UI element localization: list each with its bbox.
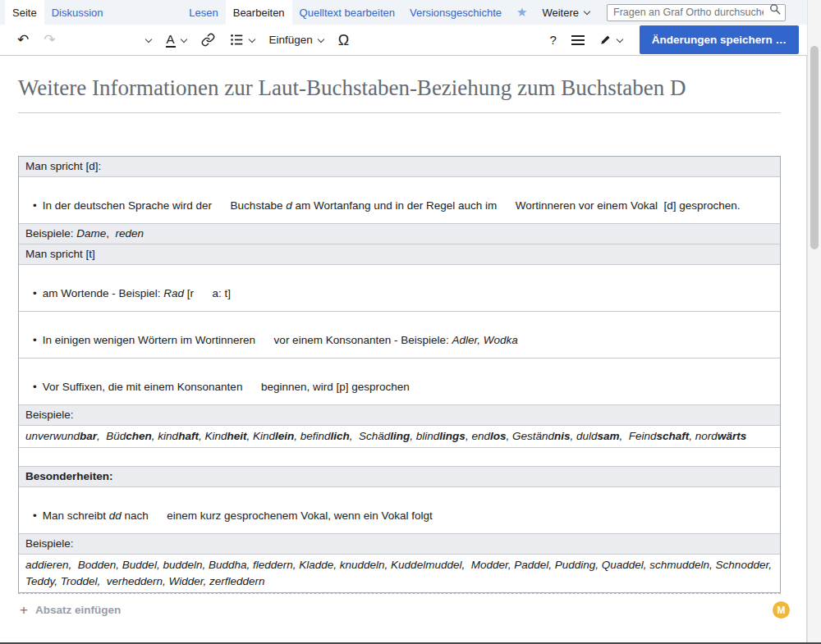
tab-diskussion[interactable]: Diskussion	[44, 0, 111, 25]
row-text: Beispiele:	[25, 409, 74, 421]
insert-menu-label: Einfügen	[269, 34, 313, 46]
text-segment: lings	[439, 430, 466, 442]
row-text: unverwundbar, Büdchen, kindhaft, Kindhei…	[25, 430, 746, 442]
table-row[interactable]: •In einigen wenigen Wörtern im Wortinner…	[19, 311, 780, 358]
pencil-icon	[599, 34, 612, 46]
help-button[interactable]: ?	[542, 25, 563, 55]
table-row[interactable]: Beispiele:	[19, 404, 780, 425]
bullet-icon: •	[33, 198, 37, 214]
toolbar-right-group: ? Änderungen speichern …	[542, 25, 807, 55]
list-format-dropdown[interactable]	[222, 25, 262, 55]
tab-seite[interactable]: Seite	[5, 0, 44, 25]
help-icon: ?	[549, 33, 556, 47]
text-segment: am Wortanfang und in der Regel auch im W…	[292, 199, 741, 212]
text-segment: schaft	[657, 430, 690, 442]
row-text: Man schreibt dd nach einem kurz gesproch…	[43, 508, 433, 524]
text-segment: , duld	[570, 430, 597, 442]
tab-bearbeiten[interactable]: Bearbeiten	[226, 0, 292, 25]
table-row[interactable]: Beispiele: Dame, reden	[19, 223, 780, 244]
text-segment: wärts	[718, 430, 746, 442]
chevron-down-icon	[584, 8, 590, 15]
paragraph-format-dropdown[interactable]	[76, 25, 158, 55]
text-segment: nach einem kurz gesprochenem Vokal, wenn…	[122, 509, 433, 522]
row-text: am Wortende - Beispiel: Rad [r a: t]	[43, 285, 231, 302]
text-segment: Man spricht [d]:	[25, 160, 101, 172]
table-row[interactable]: •In der deutschen Sprache wird der Buchs…	[19, 176, 780, 223]
text-segment: , Geständ	[506, 430, 554, 442]
row-text: Vor Suffixen, die mit einem Konsonanten …	[43, 379, 410, 395]
table-row[interactable]	[19, 447, 780, 466]
undo-icon: ↶	[17, 33, 29, 47]
weitere-dropdown[interactable]: Weitere	[534, 0, 597, 25]
special-character-button[interactable]: Ω	[331, 25, 356, 55]
plus-icon: +	[20, 603, 28, 617]
search-icon[interactable]	[769, 3, 781, 15]
text-segment: ,	[106, 227, 115, 240]
undo-button[interactable]: ↶	[10, 25, 36, 55]
bullet-list-icon	[230, 33, 244, 47]
table-row[interactable]: Man spricht [t]	[19, 244, 780, 264]
wiki-tab-bar: Seite Diskussion Lesen Bearbeiten Quellt…	[0, 0, 807, 25]
redo-icon: ↷	[44, 33, 55, 47]
browser-viewport: Seite Diskussion Lesen Bearbeiten Quellt…	[0, 0, 821, 644]
insert-paragraph-label: Absatz einfügen	[35, 604, 121, 616]
save-changes-button[interactable]: Änderungen speichern …	[640, 25, 799, 54]
chevron-down-icon	[180, 35, 186, 42]
tab-bar-right: Lesen Bearbeiten Quelltext bearbeiten Ve…	[181, 0, 807, 25]
page-title[interactable]: Weitere Informationen zur Laut-Buchstabe…	[18, 56, 781, 113]
table-row[interactable]: Besonderheiten:	[19, 466, 780, 486]
bullet-icon: •	[33, 508, 37, 524]
text-segment: , Kind	[199, 430, 227, 442]
search-input[interactable]	[607, 4, 786, 21]
tab-versionsgeschichte[interactable]: Versionsgeschichte	[402, 0, 509, 25]
text-segment: Adler, Wodka	[452, 334, 518, 346]
row-text: Beispiele: Dame, reden	[25, 227, 144, 240]
text-segment: ling	[390, 430, 410, 442]
bullet-icon: •	[33, 379, 37, 395]
insert-menu[interactable]: Einfügen	[262, 25, 331, 55]
table-row[interactable]: •Vor Suffixen, die mit einem Konsonanten…	[19, 358, 780, 404]
insert-paragraph-footer[interactable]: + Absatz einfügen M	[18, 593, 781, 626]
page-options-menu[interactable]	[564, 25, 592, 55]
scrollbar-track[interactable]	[807, 0, 821, 644]
content-table: Man spricht [d]:•In der deutschen Sprach…	[18, 156, 781, 593]
editor-surface[interactable]: Weitere Informationen zur Laut-Buchstabe…	[0, 56, 807, 644]
text-segment: sam	[598, 430, 620, 442]
text-segment: unverwund	[25, 430, 80, 442]
text-segment: Vor Suffixen, die mit einem Konsonanten …	[43, 381, 410, 393]
bullet-icon: •	[33, 285, 37, 302]
text-segment: lein	[275, 430, 294, 442]
hamburger-menu-icon	[571, 34, 585, 46]
text-segment: Besonderheiten:	[25, 470, 113, 482]
editor-toolbar: ↶ ↷ A	[0, 25, 807, 56]
redo-button[interactable]: ↷	[36, 25, 62, 55]
text-segment: haft	[178, 430, 199, 442]
scrollbar-thumb[interactable]	[810, 46, 819, 249]
text-segment: , end	[466, 430, 490, 442]
text-segment: reden	[116, 227, 144, 240]
text-style-dropdown[interactable]: A	[158, 25, 194, 55]
table-row[interactable]: •Man schreibt dd nach einem kurz gesproc…	[19, 486, 780, 533]
avatar[interactable]: M	[773, 601, 790, 619]
text-segment: , befind	[294, 430, 330, 442]
watchlist-star-icon[interactable]: ★	[509, 0, 534, 25]
link-button[interactable]	[194, 25, 222, 55]
tab-lesen[interactable]: Lesen	[181, 0, 225, 25]
table-row[interactable]: Beispiele:	[19, 533, 780, 554]
row-text: Besonderheiten:	[25, 470, 113, 482]
table-row[interactable]: addieren, Bodden, Buddel, buddeln, Buddh…	[19, 554, 780, 592]
text-segment: [r a: t]	[184, 287, 231, 299]
table-row[interactable]: •am Wortende - Beispiel: Rad [r a: t]	[19, 264, 780, 311]
table-row[interactable]: unverwundbar, Büdchen, kindhaft, Kindhei…	[19, 425, 780, 447]
text-segment: Rad	[163, 287, 184, 299]
text-segment: Man schreibt	[43, 509, 109, 522]
text-style-icon: A	[166, 32, 176, 48]
table-row[interactable]: Man spricht [d]:	[19, 157, 780, 176]
text-segment: Dame	[76, 227, 106, 240]
tab-quelltext-bearbeiten[interactable]: Quelltext bearbeiten	[292, 0, 402, 25]
edit-mode-switch[interactable]	[592, 25, 630, 55]
text-segment: lich	[331, 430, 350, 442]
text-segment: In der deutschen Sprache wird der Buchst…	[43, 199, 286, 212]
text-segment: bar	[80, 430, 97, 442]
bullet-icon: •	[33, 332, 37, 349]
